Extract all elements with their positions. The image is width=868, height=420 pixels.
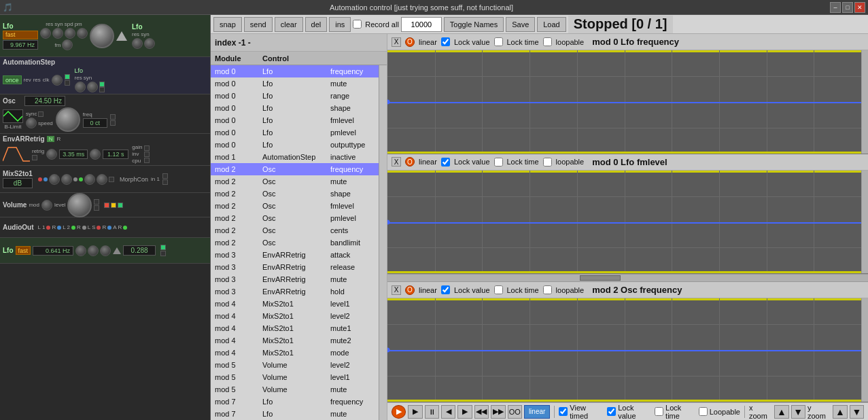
lfo-fm-knob[interactable] [62,39,73,50]
lane-0-scrollbar-v[interactable] [861,50,868,154]
module-list-row[interactable]: mod 7Lfofrequency [211,396,379,408]
lane-2-canvas[interactable] [387,298,861,402]
module-list-row[interactable]: mod 2Osccents [211,224,379,237]
value-input[interactable] [401,17,442,32]
lfo-bottom-knob1[interactable] [75,245,86,256]
module-list-row[interactable]: mod 0Lfoshape [211,102,379,114]
module-list-row[interactable]: mod 0Lfofmlevel [211,114,379,126]
module-list-row[interactable]: mod 5Volumemute [211,383,379,396]
bt-next[interactable]: ▶▶ [491,405,505,419]
ins-button[interactable]: ins [329,17,351,32]
mix-knob2[interactable] [61,174,72,185]
lfo2-knob1[interactable] [132,38,143,49]
module-list-row[interactable]: mod 7Lfomute [211,408,379,420]
lane-0-lock-time-checkbox[interactable] [494,37,503,46]
bt-y-zoom-up[interactable]: ▲ [833,405,847,419]
load-button[interactable]: Load [537,17,566,32]
lfo-spd-knob[interactable] [65,28,75,39]
env-knob1[interactable] [46,149,57,160]
bt-y-zoom-down[interactable]: ▼ [850,405,864,419]
module-list-row[interactable]: mod 0Lfopmlevel [211,126,379,139]
mix-knob4[interactable] [97,174,107,185]
bt-linear[interactable]: linear [524,405,550,419]
module-list-row[interactable]: mod 4MixS2to1level2 [211,310,379,322]
record-all-checkbox[interactable] [353,20,362,29]
autostep-knob[interactable] [52,75,63,86]
lfo-bottom-knob2[interactable] [88,245,99,256]
bt-play-orange[interactable]: ▶ [392,405,406,419]
lane-0-loopable-checkbox[interactable] [543,37,552,46]
module-list-row[interactable]: mod 5Volumelevel2 [211,359,379,371]
module-list-scrollbar[interactable] [379,65,387,420]
toggle-names-button[interactable]: Toggle Names [444,17,504,32]
close-button[interactable]: ✕ [854,2,865,13]
clear-button[interactable]: clear [275,17,303,32]
module-list-row[interactable]: mod 3EnvARRetrigrelease [211,261,379,273]
snap-button[interactable]: snap [213,17,242,32]
bt-pause[interactable]: ⏸ [425,405,439,419]
del-button[interactable]: del [305,17,328,32]
lane-0-dot1[interactable] [387,99,390,104]
module-list-row[interactable]: mod 5Volumelevel1 [211,371,379,383]
lane-1-lock-value-checkbox[interactable] [441,158,450,167]
bt-lock-time-checkbox[interactable] [655,407,663,416]
lane-2-lock-time-checkbox[interactable] [494,285,503,294]
lane-1-loopable-checkbox[interactable] [543,158,552,167]
osc-speed-knob[interactable] [26,118,37,128]
lane-1-canvas[interactable] [387,171,861,274]
lane-0-lock-value-checkbox[interactable] [441,37,450,46]
bt-x-zoom-down[interactable]: ▼ [791,405,805,419]
lane-1-o-button[interactable]: O [405,157,415,167]
lane-2-scrollbar-v[interactable] [861,298,868,402]
autostep-lfo-knob1[interactable] [75,82,86,92]
module-list-row[interactable]: mod 1AutomationStepinactive [211,151,379,163]
maximize-button[interactable]: □ [842,2,853,13]
bt-view-timed-checkbox[interactable] [559,407,568,416]
bt-loopable-checkbox[interactable] [699,407,708,416]
lfo-syn-knob[interactable] [52,28,63,39]
module-list-row[interactable]: mod 4MixS2to1mute1 [211,322,379,334]
autostep-lfo-knob2[interactable] [87,82,98,92]
module-list-table[interactable]: mod 0Lfofrequencymod 0Lfomutemod 0Lforan… [211,65,379,420]
lfo-fast-badge[interactable]: fast [3,31,38,39]
lane-1-x-button[interactable]: X [392,157,401,167]
autostep-once-badge[interactable]: once [3,75,22,84]
bt-lock-value-checkbox[interactable] [607,407,616,416]
module-list-row[interactable]: mod 3EnvARRetrigmute [211,273,379,285]
module-list-row[interactable]: mod 3EnvARRetrigattack [211,249,379,261]
module-list-row[interactable]: mod 0Lfofrequency [211,65,379,77]
lane-0-o-button[interactable]: O [405,37,415,47]
bt-oo[interactable]: OO [508,405,522,419]
mix-knob3[interactable] [84,174,95,185]
lfo2-knob2[interactable] [144,38,155,49]
volume-mod-knob[interactable] [41,200,52,211]
bt-fwd[interactable]: ▶ [457,405,472,419]
lfo-bottom-knob3[interactable] [100,245,111,256]
module-list-row[interactable]: mod 2Oscpmlevel [211,212,379,224]
lane-1-scrollbar-v[interactable] [861,171,868,274]
lane-2-loopable-checkbox[interactable] [543,285,552,294]
lane-1-lock-time-checkbox[interactable] [494,158,503,167]
h-scrollbar[interactable] [387,274,868,282]
minimize-button[interactable]: – [830,2,841,13]
module-list-row[interactable]: mod 2Oscfmlevel [211,200,379,212]
bt-back[interactable]: ◀ [441,405,455,419]
module-list-row[interactable]: mod 3EnvARRetrighold [211,285,379,298]
module-list-row[interactable]: mod 0Lforange [211,90,379,102]
lane-2-dot1[interactable] [387,348,390,353]
lane-0-canvas[interactable] [387,50,861,154]
module-list-row[interactable]: mod 0Lfomute [211,77,379,90]
module-list-row[interactable]: mod 2Oscbandlimit [211,237,379,249]
module-list-row[interactable]: mod 4MixS2to1level1 [211,298,379,310]
lane-0-x-button[interactable]: X [392,37,401,47]
bt-x-zoom-up[interactable]: ▲ [774,405,788,419]
module-list-row[interactable]: mod 2Oscshape [211,188,379,200]
osc-main-knob[interactable] [56,107,80,132]
module-list-row[interactable]: mod 4MixS2to1mute2 [211,334,379,347]
mix-knob1[interactable] [49,174,60,185]
bt-play[interactable]: ▶ [408,405,422,419]
save-button[interactable]: Save [506,17,535,32]
module-list-row[interactable]: mod 0Lfooutputtype [211,139,379,151]
lfo-main-knob[interactable] [90,24,114,48]
lfo-pm-knob[interactable] [77,28,88,39]
